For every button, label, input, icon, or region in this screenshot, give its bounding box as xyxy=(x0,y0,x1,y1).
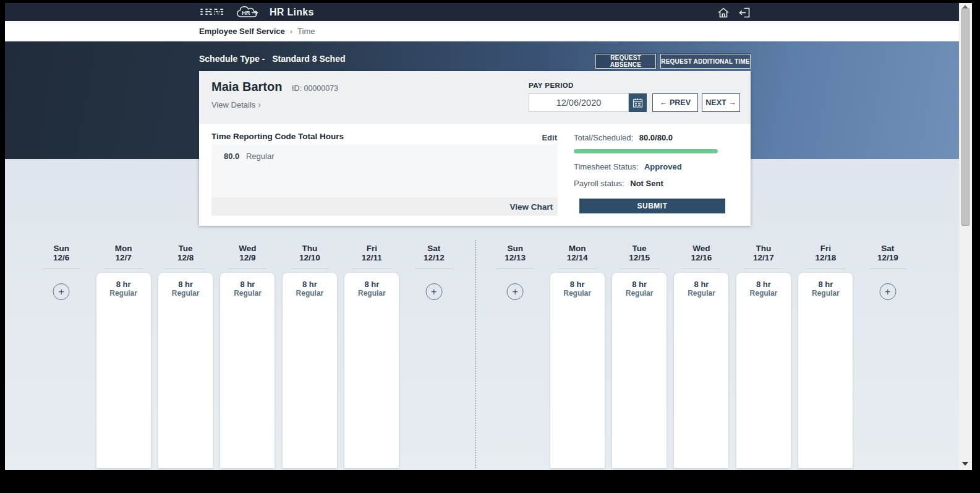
day-header-underline xyxy=(104,268,143,269)
edit-link[interactable]: Edit xyxy=(532,133,557,142)
day-header-underline xyxy=(352,268,391,269)
view-chart-link[interactable]: View Chart xyxy=(509,202,553,212)
entry-code-label: Regular xyxy=(612,289,667,298)
day-header: Wed12/9 xyxy=(216,240,278,262)
day-column-sat-12-12: Sat12/12+ xyxy=(403,240,465,468)
day-column-sun-12-13: Sun12/13+ xyxy=(484,240,546,468)
breadcrumb-employee-self-service[interactable]: Employee Self Service xyxy=(199,27,285,36)
day-name: Thu xyxy=(279,244,341,253)
entry-hours-label: 8 hr xyxy=(344,280,399,289)
day-date: 12/9 xyxy=(216,253,278,262)
day-name: Wed xyxy=(670,244,732,253)
breadcrumb-separator-icon: › xyxy=(290,27,292,36)
day-header: Tue12/15 xyxy=(608,240,670,262)
day-name: Sun xyxy=(484,244,546,253)
day-header: Thu12/17 xyxy=(733,240,795,262)
day-header-underline xyxy=(42,268,80,269)
day-header: Mon12/7 xyxy=(92,240,154,262)
day-date: 12/15 xyxy=(608,253,670,262)
day-date: 12/18 xyxy=(795,253,856,262)
breadcrumb: Employee Self Service › Time xyxy=(5,21,972,41)
scrollbar-thumb[interactable] xyxy=(961,8,969,226)
day-date: 12/10 xyxy=(279,253,341,262)
day-date: 12/6 xyxy=(30,253,92,262)
pay-period-date-input[interactable] xyxy=(529,93,629,112)
breadcrumb-current-time: Time xyxy=(297,27,315,36)
request-absence-button[interactable]: REQUEST ABSENCE xyxy=(595,54,656,69)
time-entry-card[interactable]: 8 hrRegular xyxy=(674,273,728,468)
employee-name: Maia Barton xyxy=(211,80,282,94)
time-entry-card[interactable]: 8 hrRegular xyxy=(283,273,337,468)
day-header-underline xyxy=(496,268,534,269)
view-details-link[interactable]: View Details› xyxy=(211,100,261,109)
day-name: Mon xyxy=(92,244,154,253)
entry-hours-label: 8 hr xyxy=(283,280,337,289)
time-entry-card[interactable]: 8 hrRegular xyxy=(612,273,667,468)
day-column-sat-12-19: Sat12/19+ xyxy=(857,240,919,468)
hours-progress-fill xyxy=(574,149,718,153)
time-entry-card[interactable]: 8 hrRegular xyxy=(158,273,213,468)
time-entry-card[interactable]: 8 hrRegular xyxy=(96,273,151,468)
day-column-wed-12-9: Wed12/98 hrRegular xyxy=(216,240,278,468)
day-header-underline xyxy=(869,268,907,269)
calendar-picker-button[interactable] xyxy=(629,93,647,112)
total-scheduled-value: 80.0/80.0 xyxy=(639,133,673,142)
view-details-label: View Details xyxy=(211,100,255,109)
add-time-button[interactable]: + xyxy=(507,283,524,300)
home-icon[interactable] xyxy=(717,6,731,19)
vertical-scrollbar[interactable] xyxy=(959,3,972,470)
time-entry-card[interactable]: 8 hrRegular xyxy=(220,273,275,468)
entry-hours-label: 8 hr xyxy=(550,280,605,289)
day-header: Thu12/10 xyxy=(279,240,341,262)
submit-button[interactable]: SUBMIT xyxy=(579,199,725,213)
add-time-button[interactable]: + xyxy=(425,283,442,300)
day-name: Sat xyxy=(403,244,465,253)
time-entry-card[interactable]: 8 hrRegular xyxy=(736,273,791,468)
plus-icon: + xyxy=(885,287,890,297)
day-column-tue-12-8: Tue12/88 hrRegular xyxy=(155,240,216,468)
scroll-down-icon[interactable] xyxy=(962,462,968,466)
entry-hours-label: 8 hr xyxy=(96,280,151,289)
view-chart-strip: View Chart xyxy=(211,197,558,216)
day-date: 12/19 xyxy=(857,253,919,262)
sign-out-icon[interactable] xyxy=(738,6,752,19)
day-name: Sat xyxy=(857,244,919,253)
day-header: Sat12/19 xyxy=(857,240,919,262)
week-1: Sun12/6+Mon12/78 hrRegularTue12/88 hrReg… xyxy=(30,240,465,468)
day-name: Fri xyxy=(341,244,403,253)
hr-cloud-logo-icon: HR xyxy=(235,4,263,20)
entry-code-label: Regular xyxy=(283,289,337,298)
top-bar: IBM HR HR Links xyxy=(5,3,972,21)
total-scheduled-label: Total/Scheduled: xyxy=(574,133,633,142)
time-entry-card[interactable]: 8 hrRegular xyxy=(798,273,853,468)
day-header-underline xyxy=(744,268,783,269)
day-column-tue-12-15: Tue12/158 hrRegular xyxy=(608,240,670,468)
next-pay-period-button[interactable]: NEXT → xyxy=(702,93,740,112)
day-header-underline xyxy=(620,268,658,269)
chevron-right-icon: › xyxy=(258,100,261,109)
day-column-fri-12-11: Fri12/118 hrRegular xyxy=(341,240,403,468)
day-date: 12/16 xyxy=(670,253,732,262)
request-additional-time-button[interactable]: REQUEST ADDITIONAL TIME xyxy=(660,54,751,69)
pay-period-label: PAY PERIOD xyxy=(529,82,574,89)
day-column-wed-12-16: Wed12/168 hrRegular xyxy=(670,240,732,468)
time-entry-card[interactable]: 8 hrRegular xyxy=(344,273,399,468)
time-entry-card[interactable]: 8 hrRegular xyxy=(550,273,605,468)
day-date: 12/14 xyxy=(546,253,608,262)
day-column-sun-12-6: Sun12/6+ xyxy=(30,240,92,468)
trc-hours-box: 80.0 Regular xyxy=(211,144,558,197)
prev-pay-period-button[interactable]: ← PREV xyxy=(652,93,698,112)
day-date: 12/7 xyxy=(92,253,154,262)
day-header-underline xyxy=(682,268,720,269)
add-time-button[interactable]: + xyxy=(879,283,896,300)
day-date: 12/12 xyxy=(403,253,465,262)
timesheet-status-label: Timesheet Status: xyxy=(574,162,638,171)
day-header: Sun12/6 xyxy=(30,240,92,262)
day-date: 12/13 xyxy=(484,253,546,262)
schedule-type: Schedule Type - Standard 8 Sched xyxy=(199,54,345,64)
day-header: Mon12/14 xyxy=(546,240,608,262)
day-date: 12/17 xyxy=(733,253,795,262)
trc-row: 80.0 Regular xyxy=(224,152,274,161)
calendar-icon xyxy=(633,98,643,108)
add-time-button[interactable]: + xyxy=(53,283,70,300)
